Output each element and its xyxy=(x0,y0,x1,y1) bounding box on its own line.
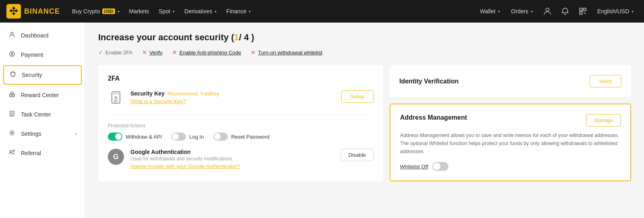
nav-orders[interactable]: Orders ▾ xyxy=(507,6,537,17)
nav-markets[interactable]: Markets xyxy=(125,6,153,17)
nav-right: Wallet ▾ Orders ▾ English/USD ▾ xyxy=(476,4,638,19)
security-key-actions: Setup xyxy=(341,90,374,103)
sidebar-item-security[interactable]: Security xyxy=(3,65,82,85)
withdraw-api-toggle[interactable] xyxy=(108,133,122,141)
security-key-item: Security Key Recommend: YubiKey What is … xyxy=(108,90,374,115)
nav-language[interactable]: English/USD ▾ xyxy=(593,6,638,17)
toggle-withdraw-api: Withdraw & API xyxy=(108,133,162,141)
whitelist-toggle[interactable] xyxy=(432,162,448,171)
qr-icon[interactable] xyxy=(576,4,590,19)
addr-mgmt-header: Address Management Manage xyxy=(400,114,621,127)
sidebar-item-label: Security xyxy=(22,72,42,78)
sidebar-item-dashboard[interactable]: Dashboard xyxy=(0,26,85,45)
toggle-login: Log In xyxy=(171,133,204,141)
sidebar-item-task-center[interactable]: Task Center xyxy=(0,105,85,124)
google-auth-actions: Disable xyxy=(341,149,374,161)
step-withdrawal-whitelist: ✕ Turn-on withdrawal whitelist xyxy=(251,49,322,56)
chevron-down-icon: ▾ xyxy=(75,132,77,136)
chevron-down-icon: ▾ xyxy=(498,9,500,14)
security-key-link[interactable]: What is a Security Key? xyxy=(130,98,335,104)
nav-wallet[interactable]: Wallet ▾ xyxy=(476,6,504,17)
whitelist-label[interactable]: Whitelist Off xyxy=(400,164,428,170)
sidebar-item-label: Dashboard xyxy=(21,32,49,39)
x-icon: ✕ xyxy=(172,49,177,56)
twofa-title: 2FA xyxy=(108,75,374,82)
settings-icon xyxy=(8,130,16,138)
sidebar-item-reward-center[interactable]: Reward Center xyxy=(0,85,85,105)
verify-button[interactable]: Verify xyxy=(590,75,621,87)
security-steps: ✓ Enable 2FA ✕ Verify ✕ Enable Anti-phis… xyxy=(98,49,631,56)
toggle-knob xyxy=(214,133,221,140)
step-verify: ✕ Verify xyxy=(142,49,163,56)
svg-point-27 xyxy=(115,97,117,99)
check-icon: ✓ xyxy=(98,49,103,56)
reset-password-toggle[interactable] xyxy=(213,133,228,141)
logo[interactable]: BINANCE xyxy=(6,4,60,19)
nav-derivatives[interactable]: Derivatives ▾ xyxy=(180,6,221,17)
nav-spot[interactable]: Spot ▾ xyxy=(155,6,179,17)
nav-menu: Buy Crypto USD ▾ Markets Spot ▾ Derivati… xyxy=(68,6,476,17)
anti-phishing-link[interactable]: Enable Anti-phishing Code xyxy=(180,50,241,56)
addr-mgmt-desc: Address Management allows you to save an… xyxy=(400,131,621,156)
protected-actions: Protected Actions Withdraw & API xyxy=(108,123,374,141)
sidebar-item-payment[interactable]: Payment xyxy=(0,45,85,64)
svg-rect-26 xyxy=(113,93,119,95)
manage-button[interactable]: Manage xyxy=(586,114,621,127)
referral-icon xyxy=(8,149,16,157)
setup-button[interactable]: Setup xyxy=(341,90,374,103)
sidebar-item-label: Referral xyxy=(21,150,41,156)
reward-icon xyxy=(8,91,16,99)
sidebar-item-label: Payment xyxy=(21,52,43,58)
sidebar-item-settings[interactable]: Settings ▾ xyxy=(0,124,85,143)
chevron-down-icon: ▾ xyxy=(632,9,634,14)
user-icon xyxy=(8,31,16,39)
step-anti-phishing: ✕ Enable Anti-phishing Code xyxy=(172,49,241,56)
svg-point-22 xyxy=(11,132,13,134)
security-key-info: Security Key Recommend: YubiKey What is … xyxy=(130,90,335,104)
google-auth-item: G Google Authentication Used for withdra… xyxy=(108,149,374,169)
google-auth-info: Google Authentication Used for withdrawa… xyxy=(130,149,334,169)
google-auth-icon: G xyxy=(108,149,124,165)
identity-verification-card: Identity Verification Verify xyxy=(390,65,631,97)
svg-point-13 xyxy=(11,32,13,35)
whitelist-link[interactable]: Turn-on withdrawal whitelist xyxy=(258,50,322,56)
toggle-knob xyxy=(433,163,440,170)
security-key-icon xyxy=(108,90,124,106)
svg-rect-10 xyxy=(580,9,581,10)
toggles-row: Withdraw & API Log In Rese xyxy=(108,133,374,141)
google-auth-trouble-link[interactable]: Having trouble with your Google Authenti… xyxy=(130,163,334,169)
svg-rect-12 xyxy=(580,13,581,14)
login-toggle[interactable] xyxy=(171,133,186,141)
sidebar-item-referral[interactable]: Referral xyxy=(0,143,85,163)
toggle-knob xyxy=(172,133,179,140)
twofa-card: 2FA Security Key Recommend: YubiKey What… xyxy=(98,65,383,181)
page-title: Increase your account security (1/ 4 ) xyxy=(98,32,631,43)
disable-button[interactable]: Disable xyxy=(341,149,374,161)
svg-point-6 xyxy=(546,8,549,11)
payment-icon xyxy=(8,51,16,59)
identity-title: Identity Verification xyxy=(399,78,459,85)
verify-link[interactable]: Verify xyxy=(149,50,163,56)
right-panel: Identity Verification Verify Address Man… xyxy=(390,65,631,181)
addr-mgmt-title: Address Management xyxy=(400,114,467,121)
svg-point-23 xyxy=(10,151,12,153)
nav-finance[interactable]: Finance ▾ xyxy=(222,6,255,17)
chevron-down-icon: ▾ xyxy=(531,9,533,14)
cards-row: 2FA Security Key Recommend: YubiKey What… xyxy=(98,65,631,181)
toggle-reset-password: Reset Password xyxy=(213,133,269,141)
profile-icon[interactable] xyxy=(540,4,555,19)
sidebar-item-label: Task Center xyxy=(21,111,51,118)
step-enable-2fa: ✓ Enable 2FA xyxy=(98,49,132,56)
shield-icon xyxy=(9,71,17,79)
chevron-down-icon: ▾ xyxy=(215,9,217,14)
chevron-down-icon: ▾ xyxy=(249,9,251,14)
task-icon xyxy=(8,110,16,118)
main-content: Increase your account security (1/ 4 ) ✓… xyxy=(85,23,644,218)
logo-text: BINANCE xyxy=(24,7,60,16)
protected-actions-label: Protected Actions xyxy=(108,123,374,129)
chevron-down-icon: ▾ xyxy=(118,9,120,14)
sidebar-item-label: Reward Center xyxy=(21,92,59,98)
nav-buy-crypto[interactable]: Buy Crypto USD ▾ xyxy=(68,6,123,17)
notifications-icon[interactable] xyxy=(558,4,572,19)
usd-badge: USD xyxy=(102,8,115,14)
